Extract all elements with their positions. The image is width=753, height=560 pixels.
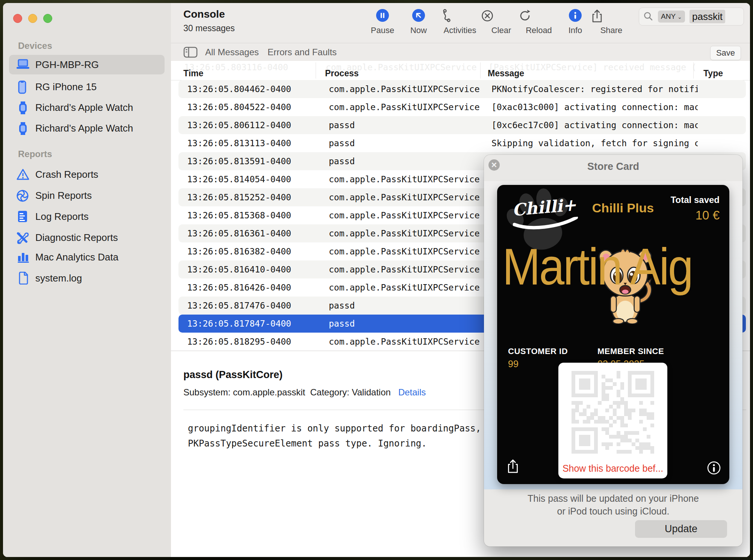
sidebar-item-label: PGH-MBP-RG	[35, 55, 99, 74]
row-time: 13:26:05.815368-0400	[187, 206, 291, 224]
member-since-label: MEMBER SINCE	[597, 347, 664, 356]
row-time: 13:26:05.818295-0400	[187, 333, 291, 351]
laptop-icon	[16, 58, 30, 71]
row-proc: com.apple.PassKitUIXPCService	[329, 188, 480, 206]
row-proc: com.apple.PassKitUIXPCService	[329, 98, 480, 116]
row-time: 13:26:05.804522-0400	[187, 98, 291, 116]
row-proc: com.apple.PassKitUIXPCService	[329, 80, 480, 98]
column-header-type[interactable]: Type	[703, 68, 723, 79]
row-proc: com.apple.PassKitUIXPCService	[329, 333, 480, 351]
row-time: 13:26:05.813591-0400	[187, 152, 291, 170]
sidebar-item-label: Log Reports	[35, 207, 89, 226]
row-time: 13:26:05.816382-0400	[187, 242, 291, 260]
total-saved-label: Total saved	[671, 195, 720, 205]
warning-triangle-icon	[16, 168, 30, 181]
row-time: 13:26:05.816426-0400	[187, 278, 291, 297]
search-field[interactable]: ANY ⌄ passkit	[639, 8, 744, 26]
activities-button[interactable]: Activities	[439, 9, 481, 39]
sidebar-item-rg-iphone-15[interactable]: RG iPhone 15	[9, 77, 165, 97]
barcode-caption[interactable]: Show this barcode bef...	[558, 463, 667, 474]
table-row[interactable]: 13:26:05.804462-0400com.apple.PassKitUIX…	[178, 80, 746, 98]
chevron-down-icon: ⌄	[677, 14, 682, 20]
table-row[interactable]: 13:26:05.806112-0400passd[0xc6ec17c00] a…	[178, 116, 746, 134]
table-row[interactable]: 13:26:05.813113-0400passdSkipping valida…	[178, 134, 746, 152]
now-button[interactable]: Now	[398, 9, 439, 39]
column-divider[interactable]	[480, 62, 481, 79]
tab-errors-and-faults[interactable]: Errors and Faults	[268, 43, 337, 61]
sidebar-item-apple-watch-1[interactable]: Richard’s Apple Watch	[9, 98, 165, 117]
row-time: 13:26:05.806112-0400	[187, 116, 291, 134]
detail-process-title: passd (PassKitCore)	[183, 369, 283, 381]
reload-button[interactable]: Reload	[518, 9, 559, 39]
toolbar: Console 30 messages Pause Now Activities…	[171, 3, 750, 43]
search-input[interactable]: passkit	[689, 10, 725, 23]
row-proc: com.apple.PassKitUIXPCService	[329, 260, 480, 278]
sidebar-item-spin-reports[interactable]: Spin Reports	[9, 186, 165, 205]
barcode-panel: Show this barcode bef...	[558, 363, 667, 478]
close-window-button[interactable]	[13, 14, 22, 23]
table-header: 13:26:05.803116-0400 com.apple.PassKitUI…	[171, 61, 750, 80]
watch-icon	[18, 101, 33, 114]
sidebar-toggle-icon[interactable]	[183, 47, 198, 58]
sidebar-item-log-reports[interactable]: Log Reports	[9, 207, 165, 226]
tab-all-messages[interactable]: All Messages	[205, 43, 259, 61]
table-row[interactable]: 13:26:05.804522-0400com.apple.PassKitUIX…	[178, 98, 746, 116]
column-header-process[interactable]: Process	[325, 68, 359, 79]
window-title: Console	[183, 8, 225, 20]
row-proc: passd	[329, 116, 355, 134]
tab-bar: All Messages Errors and Faults Save	[171, 43, 750, 61]
column-divider[interactable]	[693, 62, 694, 79]
customer-id-value: 99	[508, 359, 519, 369]
sidebar-item-label: system.log	[35, 268, 82, 288]
pass-share-icon[interactable]	[506, 459, 520, 474]
console-window: Devices PGH-MBP-RG RG iPhone 15 Richard’…	[3, 3, 750, 557]
column-header-time[interactable]: Time	[183, 68, 203, 79]
clear-icon	[481, 9, 522, 23]
message-count: 30 messages	[183, 23, 235, 33]
now-icon	[398, 9, 439, 23]
zoom-window-button[interactable]	[43, 14, 52, 23]
row-proc: passd	[329, 134, 355, 152]
detail-message: groupingIdentifier is only supported for…	[188, 421, 503, 451]
update-button[interactable]: Update	[635, 520, 727, 538]
row-time: 13:26:05.804462-0400	[187, 80, 291, 98]
pause-icon	[362, 9, 403, 23]
row-msg: [0xc6ec17c00] activating connection: mac	[491, 116, 698, 134]
search-scope-dropdown[interactable]: ANY ⌄	[658, 11, 685, 23]
qr-code	[569, 369, 656, 456]
row-msg: Skipping validation, fetch for signing c	[491, 134, 698, 152]
share-icon	[591, 9, 632, 23]
pause-button[interactable]: Pause	[362, 9, 403, 39]
wallet-pass: Chilli+ Chilli Plus Total saved 10 €	[497, 185, 729, 484]
sidebar-item-pgh-mbp-rg[interactable]: PGH-MBP-RG	[9, 55, 165, 74]
row-time: 13:26:05.813113-0400	[187, 134, 291, 152]
info-icon	[555, 9, 596, 23]
document-icon	[18, 272, 32, 285]
share-button[interactable]: Share	[591, 9, 632, 39]
log-document-icon	[17, 210, 32, 223]
row-proc: com.apple.PassKitUIXPCService	[329, 206, 480, 224]
details-link[interactable]: Details	[398, 387, 426, 397]
sidebar-item-system-log[interactable]: system.log	[9, 268, 165, 288]
sidebar-item-apple-watch-2[interactable]: Richard’s Apple Watch	[9, 118, 165, 138]
info-button[interactable]: Info	[555, 9, 596, 39]
pass-info-icon[interactable]	[707, 461, 721, 475]
row-time: 13:26:05.816410-0400	[187, 260, 291, 278]
minimize-window-button[interactable]	[28, 14, 37, 23]
sidebar-item-crash-reports[interactable]: Crash Reports	[9, 165, 165, 184]
sidebar-item-mac-analytics-data[interactable]: Mac Analytics Data	[9, 247, 165, 267]
row-proc: com.apple.PassKitUIXPCService	[329, 224, 480, 242]
sidebar-item-diagnostic-reports[interactable]: Diagnostic Reports	[9, 228, 165, 247]
search-icon	[643, 11, 653, 21]
row-time: 13:26:05.816361-0400	[187, 224, 291, 242]
row-time: 13:26:05.815252-0400	[187, 188, 291, 206]
column-header-message[interactable]: Message	[488, 68, 524, 79]
clear-button[interactable]: Clear	[481, 9, 522, 39]
pinwheel-icon	[16, 189, 30, 202]
row-msg: [0xac013c000] activating connection: mac	[491, 98, 698, 116]
save-button[interactable]: Save	[710, 46, 741, 60]
row-time: 13:26:05.817847-0400	[187, 315, 291, 333]
column-divider[interactable]	[316, 62, 316, 79]
sidebar-item-label: Spin Reports	[35, 186, 92, 205]
row-proc: com.apple.PassKitUIXPCService	[329, 278, 480, 297]
